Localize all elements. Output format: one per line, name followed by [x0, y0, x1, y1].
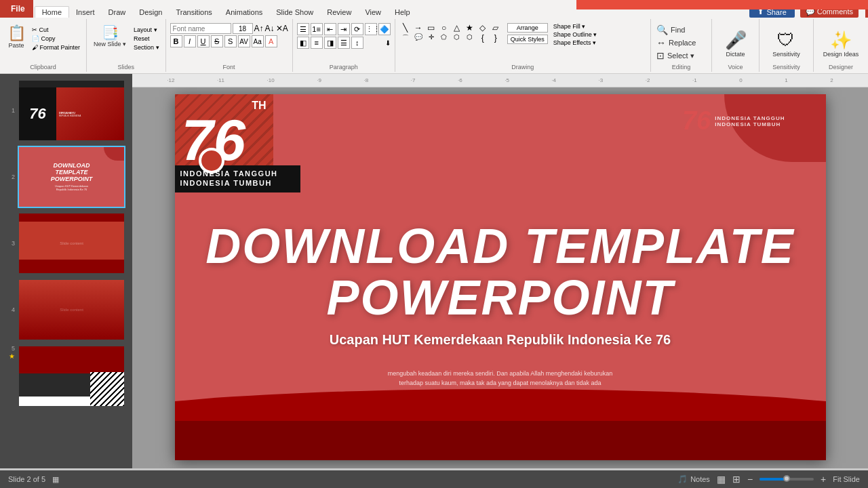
shape-diamond[interactable]: ◇ — [477, 23, 489, 33]
tab-design[interactable]: Design — [132, 7, 169, 18]
bullet-list-button[interactable]: ☰ — [297, 23, 309, 35]
slide-thumb-4[interactable]: Slide content — [18, 279, 125, 341]
copy-button[interactable]: 📄 Copy — [30, 35, 82, 43]
para-expand-icon[interactable]: ⬇ — [385, 39, 391, 47]
logo-th-main: TH — [252, 100, 266, 112]
paste-button[interactable]: 📋 Paste — [4, 23, 28, 50]
drawing-group: ╲ → ▭ ○ △ ★ ◇ ▱ ⌒ 💬 ✛ ⬠ ⬡ ⬡ { } — [395, 19, 651, 72]
font-grow-icon[interactable]: A↑ — [254, 24, 264, 33]
slide-main[interactable]: 76 INDONESIA TANGGUH INDONESIA TUMBUH 76… — [175, 94, 826, 460]
shape-hexagon[interactable]: ⬡ — [451, 33, 463, 43]
shape-octagon[interactable]: ⬡ — [464, 33, 476, 43]
tab-insert[interactable]: Insert — [69, 7, 102, 18]
logo-76-text-tr-2: INDONESIA TUMBUH — [715, 121, 785, 127]
designer-button[interactable]: ✨ Design Ideas — [823, 30, 859, 58]
replace-row[interactable]: ↔ Replace — [656, 37, 706, 48]
slide-thumb-1[interactable]: 76 DIRGAHAYU REPUBLIK INDONESIA — [18, 79, 125, 142]
shape-circle[interactable]: ○ — [438, 23, 450, 33]
strikethrough-button[interactable]: S — [211, 35, 223, 47]
slide-thumb-3[interactable]: Slide content — [18, 212, 125, 274]
clipboard-label: Clipboard — [4, 64, 82, 70]
format-painter-button[interactable]: 🖌 Format Painter — [30, 43, 82, 52]
case-button[interactable]: Aa — [252, 35, 264, 47]
cut-button[interactable]: ✂ Cut — [30, 26, 82, 34]
font-size-input[interactable] — [233, 23, 253, 34]
slide-num-5: 5 — [12, 345, 15, 352]
number-list-button[interactable]: 1≡ — [311, 23, 323, 35]
tab-help[interactable]: Help — [388, 7, 417, 18]
text-direction-button[interactable]: ⟳ — [351, 23, 363, 35]
tab-animations[interactable]: Animations — [219, 7, 269, 18]
select-label: Select ▾ — [667, 52, 694, 60]
new-slide-label: New Slide ▾ — [94, 41, 126, 47]
shape-arrow[interactable]: → — [412, 23, 425, 33]
notes-icon: 🎵 — [677, 474, 688, 484]
tab-transitions[interactable]: Transitions — [169, 7, 218, 18]
shape-effects-button[interactable]: Shape Effects ▾ — [553, 39, 597, 46]
font-clear-icon[interactable]: ✕A — [276, 24, 288, 33]
new-slide-button[interactable]: 📑 New Slide ▾ — [91, 23, 129, 49]
fit-slide-button[interactable]: Fit Slide — [833, 475, 860, 483]
tab-home[interactable]: Home — [35, 6, 69, 18]
shape-line[interactable]: ╲ — [399, 23, 412, 33]
align-right-button[interactable]: ◨ — [324, 37, 336, 49]
editing-group: 🔍 Find ↔ Replace ⊡ Select ▾ Editing — [651, 19, 712, 72]
layout-button[interactable]: Layout ▾ — [132, 26, 161, 34]
slide-thumb-5[interactable] — [18, 345, 125, 407]
canvas-container: ·12·11·10·9·8·7·6·5·4·3·2·1012 76 — [132, 74, 868, 468]
font-shrink-icon[interactable]: A↓ — [265, 24, 275, 33]
shape-pentagon[interactable]: ⬠ — [438, 33, 450, 43]
microphone-icon: 🎤 — [725, 30, 747, 51]
section-button[interactable]: Section ▾ — [132, 43, 161, 52]
align-left-button[interactable]: ◧ — [297, 37, 309, 49]
dictate-button[interactable]: 🎤 Dictate — [725, 30, 747, 58]
select-row[interactable]: ⊡ Select ▾ — [656, 50, 706, 61]
columns-button[interactable]: ⋮⋮ — [365, 23, 377, 35]
shape-parallelogram[interactable]: ▱ — [490, 23, 502, 33]
shape-connector[interactable]: ⌒ — [399, 33, 412, 43]
underline-button[interactable]: U — [197, 35, 210, 47]
quick-styles-button[interactable]: Quick Styles — [507, 35, 548, 44]
tab-view[interactable]: View — [358, 7, 388, 18]
tab-slideshow[interactable]: Slide Show — [269, 7, 320, 18]
font-family-input[interactable] — [170, 23, 231, 34]
spacing-button[interactable]: AV — [238, 35, 250, 47]
shape-rect[interactable]: ▭ — [425, 23, 437, 33]
shape-outline-button[interactable]: Shape Outline ▾ — [553, 31, 597, 38]
logo-76-num-tr: 76 — [682, 106, 711, 136]
shape-brace-close[interactable]: } — [490, 33, 502, 43]
sensitivity-button[interactable]: 🛡 Sensitivity — [772, 30, 800, 58]
smartart-button[interactable]: 🔷 — [378, 23, 391, 35]
shape-triangle[interactable]: △ — [451, 23, 463, 33]
indent-dec-button[interactable]: ⇤ — [324, 23, 336, 35]
sensitivity-label: Sensitivity — [772, 51, 800, 58]
slide-num-container-2: 2 DOWNLOADTEMPLATEPOWERPOINT Ucapan HUT … — [5, 146, 127, 208]
shape-cross[interactable]: ✛ — [425, 33, 437, 43]
justify-button[interactable]: ☰ — [338, 37, 350, 49]
bold-button[interactable]: B — [170, 35, 182, 47]
find-row[interactable]: 🔍 Find — [656, 24, 706, 35]
shape-callout[interactable]: 💬 — [412, 33, 425, 43]
arrange-button[interactable]: Arrange — [507, 23, 548, 33]
file-tab[interactable]: File — [3, 0, 33, 18]
font-color-button[interactable]: A — [265, 35, 277, 47]
slide-panel: 1 76 DIRGAHAYU REPUBLIK INDONESIA — [0, 74, 132, 468]
tab-review[interactable]: Review — [320, 7, 358, 18]
shadow-button[interactable]: S — [224, 35, 237, 47]
shape-star[interactable]: ★ — [464, 23, 476, 33]
view-normal-icon[interactable]: ▦ — [717, 474, 726, 485]
zoom-in-button[interactable]: + — [821, 474, 826, 485]
view-slide-sorter-icon[interactable]: ⊞ — [732, 474, 741, 485]
notes-button[interactable]: 🎵 Notes — [677, 474, 710, 484]
italic-button[interactable]: I — [184, 35, 196, 47]
reset-button[interactable]: Reset — [132, 35, 161, 43]
tab-draw[interactable]: Draw — [102, 7, 133, 18]
align-center-button[interactable]: ≡ — [311, 37, 323, 49]
line-spacing-button[interactable]: ↕ — [351, 37, 363, 49]
shape-fill-button[interactable]: Shape Fill ▾ — [553, 23, 597, 30]
indent-inc-button[interactable]: ⇥ — [338, 23, 350, 35]
logo-76-main: 76 TH INDONESIA TANGGUH INDONESIA TUMBUH — [175, 94, 300, 192]
slide-thumb-2[interactable]: DOWNLOADTEMPLATEPOWERPOINT Ucapan HUT Ke… — [18, 146, 125, 208]
shape-brace-open[interactable]: { — [477, 33, 489, 43]
zoom-out-button[interactable]: − — [747, 474, 753, 485]
